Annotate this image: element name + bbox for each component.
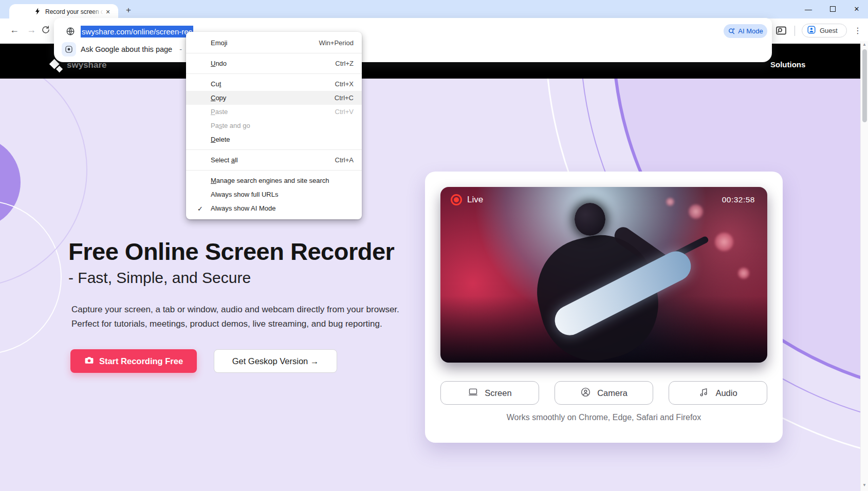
menu-item-paste[interactable]: PasteCtrl+V: [186, 105, 362, 119]
page-title: Free Online Screen Recorder: [68, 237, 394, 266]
browser-tab[interactable]: Record your screen online with ✕: [9, 4, 118, 18]
source-audio-button[interactable]: Audio: [669, 381, 767, 405]
screen-icon: [468, 387, 478, 400]
scrollbar-down-icon[interactable]: ▼: [861, 483, 868, 487]
search-tabs-icon[interactable]: [775, 25, 787, 37]
source-audio-label: Audio: [715, 388, 737, 398]
ask-google-row[interactable]: Ask Google about this page -: [54, 41, 717, 58]
menu-divider: [186, 170, 362, 171]
scrollbar[interactable]: ▲ ▼: [860, 41, 868, 491]
start-recording-label: Start Recording Free: [99, 356, 183, 366]
maximize-icon: [830, 6, 836, 12]
site-favicon-icon: [34, 8, 41, 15]
webcam-person-icon: [580, 387, 591, 400]
source-camera-button[interactable]: Camera: [555, 381, 653, 405]
reload-button[interactable]: [41, 25, 50, 34]
camera-icon: [84, 355, 94, 367]
bokeh-light: [689, 204, 703, 219]
source-camera-label: Camera: [597, 388, 627, 398]
hero-description: Capture your screen, a tab or window, au…: [71, 303, 399, 331]
menu-divider: [186, 53, 362, 53]
scrollbar-thumb[interactable]: [862, 49, 867, 122]
back-button[interactable]: ←: [7, 23, 22, 37]
ai-mode-label: AI Mode: [738, 27, 763, 35]
scrollbar-up-icon[interactable]: ▲: [861, 42, 868, 47]
menu-item-paste-and-go[interactable]: Paste and go: [186, 119, 362, 133]
browser-menu-button[interactable]: ⋮: [853, 24, 863, 37]
get-desktop-version-button[interactable]: Get Geskop Version →: [214, 349, 337, 373]
window-minimize-button[interactable]: —: [800, 2, 817, 17]
menu-item-always-show-ai-mode[interactable]: ✓Always show AI Mode: [186, 201, 362, 215]
browser-support-caption: Works smoothly on Chrome, Edge, Safari a…: [425, 413, 783, 422]
browser-window: Record your screen online with ✕ + — ✕ ←…: [0, 0, 868, 491]
recorder-card: Live 00:32:58 Screen Camera Au: [425, 172, 783, 443]
menu-divider: [186, 149, 362, 150]
menu-item-always-show-full-urls[interactable]: Always show full URLs: [186, 187, 362, 201]
menu-item-manage-search-engines[interactable]: Manage search engines and site search: [186, 174, 362, 187]
ask-google-label: Ask Google about this page: [81, 45, 172, 53]
record-icon: [451, 194, 462, 205]
menu-item-select-all[interactable]: Select allCtrl+A: [186, 153, 362, 167]
window-close-button[interactable]: ✕: [848, 2, 865, 17]
ai-mode-icon: [728, 27, 735, 35]
ask-google-dash: -: [179, 45, 182, 53]
hero-description-line1: Capture your screen, a tab or window, au…: [71, 303, 399, 317]
guitarist-head: [575, 203, 605, 236]
toolbar-divider: [795, 26, 795, 36]
bokeh-light: [738, 268, 749, 279]
menu-item-emoji[interactable]: EmojiWin+Period: [186, 36, 362, 50]
bokeh-light: [666, 198, 674, 206]
menu-item-delete[interactable]: Delete: [186, 133, 362, 146]
tab-title-fade: [91, 6, 104, 16]
hero-section: Free Online Screen Recorder - Fast, Simp…: [0, 79, 868, 491]
profile-button[interactable]: Guest: [802, 24, 847, 37]
page-subtitle: - Fast, Simple, and Secure: [68, 269, 251, 287]
menu-item-undo[interactable]: UndoCtrl+Z: [186, 56, 362, 70]
menu-item-cut[interactable]: CutCtrl+X: [186, 77, 362, 91]
nav-item-solutions[interactable]: Solutions: [770, 60, 805, 69]
hero-description-line2: Perfect for tutorials, meetings, product…: [71, 317, 399, 331]
context-menu: EmojiWin+Period UndoCtrl+Z CutCtrl+X Cop…: [186, 32, 362, 219]
live-badge: Live: [451, 194, 483, 205]
bokeh-light: [715, 233, 733, 251]
menu-divider: [186, 73, 362, 74]
menu-item-copy[interactable]: CopyCtrl+C: [186, 91, 362, 105]
recording-timer: 00:32:58: [722, 195, 755, 204]
omnibox-url-row[interactable]: swyshare.com/online/screen-rec: [54, 23, 717, 40]
ai-mode-button[interactable]: AI Mode: [724, 24, 767, 38]
live-label: Live: [467, 195, 483, 205]
guest-avatar-icon: [807, 25, 816, 36]
source-screen-button[interactable]: Screen: [440, 381, 539, 405]
tab-close-icon[interactable]: ✕: [104, 8, 112, 16]
get-desktop-version-label: Get Geskop Version →: [232, 356, 319, 366]
new-tab-button[interactable]: +: [123, 5, 134, 15]
google-lens-icon: [62, 42, 76, 56]
check-icon: ✓: [197, 204, 203, 212]
video-preview[interactable]: Live 00:32:58: [440, 187, 767, 363]
source-screen-label: Screen: [485, 388, 511, 398]
omnibox-dropdown: swyshare.com/online/screen-rec Ask Googl…: [54, 18, 772, 62]
guest-label: Guest: [820, 27, 838, 34]
start-recording-button[interactable]: Start Recording Free: [70, 349, 197, 373]
globe-icon: [66, 27, 75, 36]
forward-button[interactable]: →: [24, 23, 39, 37]
window-maximize-button[interactable]: [824, 2, 841, 17]
url-input-selected-text[interactable]: swyshare.com/online/screen-rec: [81, 26, 193, 37]
music-note-icon: [698, 387, 709, 400]
